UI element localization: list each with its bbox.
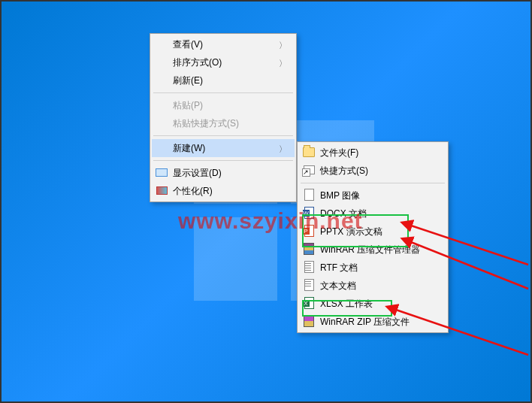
submenu-arrow-icon: 〉 [279,144,287,155]
menu-separator [153,92,293,93]
new-docx-label: DOCX 文档 [320,208,367,220]
docx-icon [303,207,315,219]
display-icon [156,166,168,178]
submenu-arrow-icon: 〉 [279,58,287,69]
submenu-arrow-icon: 〉 [279,40,287,51]
menu-display-label: 显示设置(D) [173,167,222,180]
new-pptx[interactable]: PPTX 演示文稿 [299,223,446,241]
new-rtf-label: RTF 文档 [320,262,358,274]
new-winrar-label: WinRAR 压缩文件管理器 [320,244,420,256]
xlsx-icon [303,297,315,309]
menu-separator [153,160,293,161]
menu-paste-shortcut-label: 粘贴快捷方式(S) [173,117,239,130]
menu-paste-label: 粘贴(P) [173,99,203,112]
menu-view-label: 查看(V) [173,38,203,51]
menu-personalize[interactable]: 个性化(R) [152,182,295,200]
menu-separator [301,183,445,183]
menu-view[interactable]: 查看(V) 〉 [152,35,295,53]
rar-icon [303,243,315,255]
menu-new-label: 新建(W) [173,142,205,155]
menu-paste: 粘贴(P) [152,96,295,114]
new-xlsx-label: XLSX 工作表 [320,298,373,311]
menu-new[interactable]: 新建(W) 〉 [152,139,295,157]
menu-sort[interactable]: 排序方式(O) 〉 [152,53,295,71]
new-xlsx[interactable]: XLSX 工作表 [299,295,446,313]
new-txt[interactable]: 文本文档 [299,277,446,295]
new-docx[interactable]: DOCX 文档 [299,205,446,223]
menu-refresh-label: 刷新(E) [173,74,203,87]
new-shortcut[interactable]: 快捷方式(S) [299,162,446,180]
new-rtf[interactable]: RTF 文档 [299,259,446,277]
new-bmp[interactable]: BMP 图像 [299,186,446,205]
new-winrar-zip-label: WinRAR ZIP 压缩文件 [320,316,410,329]
new-pptx-label: PPTX 演示文稿 [320,226,382,238]
menu-paste-shortcut: 粘贴快捷方式(S) [152,114,295,132]
bmp-icon [303,189,315,201]
new-txt-label: 文本文档 [320,280,356,292]
menu-refresh[interactable]: 刷新(E) [152,71,295,89]
menu-personalize-label: 个性化(R) [173,185,213,198]
new-folder-label: 文件夹(F) [320,147,358,159]
new-bmp-label: BMP 图像 [320,189,360,202]
menu-separator [153,135,293,136]
personalize-icon [156,184,168,196]
shortcut-icon [303,164,315,176]
menu-sort-label: 排序方式(O) [173,56,222,69]
new-folder[interactable]: 文件夹(F) [299,144,446,162]
rtf-icon [303,261,315,273]
desktop-context-menu: 查看(V) 〉 排序方式(O) 〉 刷新(E) 粘贴(P) 粘贴快捷方式(S) … [150,33,297,202]
new-winrar-zip[interactable]: WinRAR ZIP 压缩文件 [299,313,446,331]
new-winrar[interactable]: WinRAR 压缩文件管理器 [299,241,446,259]
new-submenu: 文件夹(F) 快捷方式(S) BMP 图像 DOCX 文档 PPTX 演示文稿 … [297,141,449,333]
pptx-icon [303,225,315,237]
new-shortcut-label: 快捷方式(S) [320,165,368,177]
menu-display-settings[interactable]: 显示设置(D) [152,164,295,182]
folder-icon [303,146,315,158]
txt-icon [303,279,315,291]
rarzip-icon [303,315,315,327]
